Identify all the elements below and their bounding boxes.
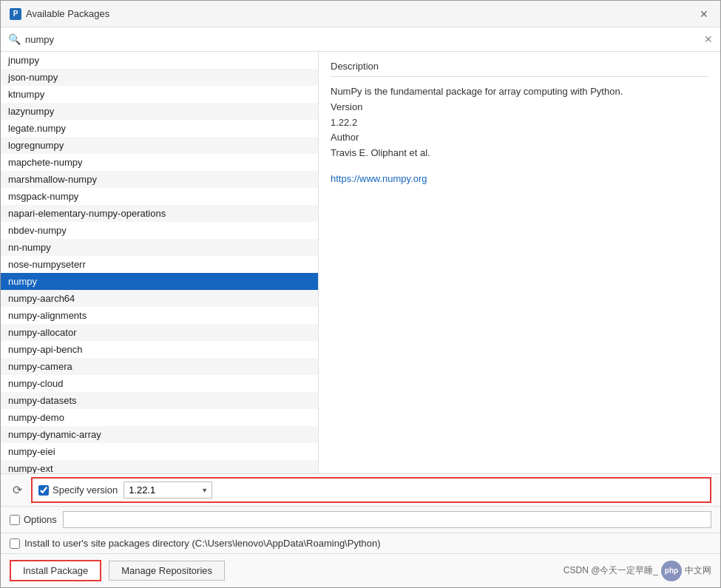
manage-repositories-button[interactable]: Manage Repositories [109,561,225,581]
description-link[interactable]: https://www.numpy.org [331,173,708,184]
install-path-row: Install to user's site packages director… [1,533,720,553]
close-button[interactable]: ✕ [697,7,711,21]
version-value: 1.22.2 [331,117,357,128]
list-item[interactable]: nose-numpyseterr [1,256,318,273]
list-item[interactable]: numpy-allocator [1,324,318,341]
list-item[interactable]: numpy-aarch64 [1,290,318,307]
list-item[interactable]: numpy-alignments [1,307,318,324]
version-select-wrapper: 1.22.11.22.01.21.61.21.51.21.41.20.3 [123,481,212,499]
author-value: Travis E. Oliphant et al. [331,147,430,158]
list-item[interactable]: nbdev-numpy [1,222,318,239]
available-packages-dialog: P Available Packages ✕ 🔍 ✕ jnumpyjson-nu… [0,0,721,588]
description-panel: Description NumPy is the fundamental pac… [319,52,720,473]
list-item[interactable]: numpy [1,273,318,290]
list-item[interactable]: msgpack-numpy [1,188,318,205]
options-checkbox-label[interactable]: Options [10,514,57,525]
description-title: Description [331,61,708,77]
watermark-text: CSDN @今天一定早睡_ [563,564,658,577]
list-item[interactable]: logregnumpy [1,137,318,154]
search-clear-icon[interactable]: ✕ [704,33,713,45]
bottom-options: ⟳ Specify version 1.22.11.22.01.21.61.21… [1,473,720,587]
options-label-text: Options [24,514,57,525]
search-bar: 🔍 ✕ [1,27,720,52]
list-item[interactable]: numpy-datasets [1,392,318,409]
install-path-text: Install to user's site packages director… [24,538,381,549]
author-label: Author [331,132,359,143]
specify-version-checkbox[interactable] [38,485,49,496]
php-badge: php [661,561,682,581]
action-row: Install Package Manage Repositories CSDN… [1,553,720,587]
main-content: jnumpyjson-numpyktnumpylazynumpylegate.n… [1,52,720,473]
list-item[interactable]: numpy-ext [1,460,318,473]
list-item[interactable]: numpy-demo [1,409,318,426]
title-bar: P Available Packages ✕ [1,1,720,27]
options-input[interactable] [63,511,711,528]
version-label: Version [331,101,362,112]
list-item[interactable]: mapchete-numpy [1,154,318,171]
description-text: NumPy is the fundamental package for arr… [331,84,708,161]
version-select[interactable]: 1.22.11.22.01.21.61.21.51.21.41.20.3 [123,481,212,499]
list-item[interactable]: legate.numpy [1,120,318,137]
app-icon: P [10,8,21,20]
list-item[interactable]: numpy-eiei [1,443,318,460]
list-item[interactable]: numpy-dynamic-array [1,426,318,443]
list-item[interactable]: numpy-camera [1,358,318,375]
list-item[interactable]: jnumpy [1,52,318,69]
list-item[interactable]: nn-numpy [1,239,318,256]
title-bar-left: P Available Packages [10,8,109,20]
dialog-title: Available Packages [26,8,109,19]
specify-version-section: Specify version 1.22.11.22.01.21.61.21.5… [31,477,711,503]
desc-line1: NumPy is the fundamental package for arr… [331,86,623,97]
list-item[interactable]: napari-elementary-numpy-operations [1,205,318,222]
list-item[interactable]: numpy-cloud [1,375,318,392]
install-package-button[interactable]: Install Package [10,560,101,581]
cn-label: 中文网 [685,564,711,577]
search-icon: 🔍 [8,33,21,45]
list-item[interactable]: numpy-api-bench [1,341,318,358]
specify-version-label: Specify version [53,484,118,496]
search-input[interactable] [25,34,700,45]
refresh-icon[interactable]: ⟳ [10,480,25,500]
list-item[interactable]: json-numpy [1,69,318,86]
install-path-checkbox[interactable] [10,538,20,549]
list-item[interactable]: ktnumpy [1,86,318,103]
options-row: Options [1,507,720,533]
package-list: jnumpyjson-numpyktnumpylazynumpylegate.n… [1,52,319,473]
watermark: CSDN @今天一定早睡_ php 中文网 [563,561,711,581]
specify-version-checkbox-label[interactable]: Specify version [38,484,118,496]
options-checkbox[interactable] [10,515,20,525]
list-item[interactable]: marshmallow-numpy [1,171,318,188]
list-item[interactable]: lazynumpy [1,103,318,120]
